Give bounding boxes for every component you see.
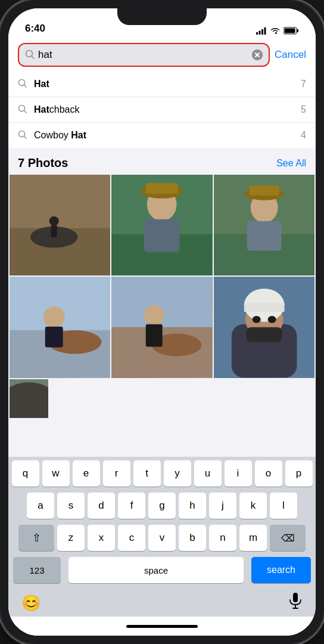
phone-screen: 6:40	[8, 8, 316, 636]
photos-header: 7 Photos See All	[8, 148, 316, 175]
photos-title: 7 Photos	[18, 156, 68, 170]
key-w[interactable]: w	[42, 460, 70, 487]
search-key[interactable]: search	[251, 557, 311, 583]
status-time: 6:40	[25, 23, 45, 35]
key-o[interactable]: o	[255, 460, 282, 487]
key-g[interactable]: g	[148, 493, 176, 519]
svg-line-17	[24, 136, 26, 138]
key-b[interactable]: b	[179, 525, 206, 551]
svg-rect-34	[247, 221, 281, 251]
svg-rect-5	[297, 29, 299, 32]
see-all-button[interactable]: See All	[276, 158, 306, 169]
svg-rect-58	[293, 593, 298, 602]
photo-cell-1[interactable]	[10, 175, 110, 275]
home-indicator	[8, 617, 316, 636]
svg-rect-40	[45, 327, 63, 348]
suggestion-highlight-hat: Hat	[34, 79, 49, 89]
suggestion-highlight-cowboy: Hat	[71, 130, 86, 140]
key-j[interactable]: j	[209, 493, 236, 519]
key-e[interactable]: e	[73, 460, 100, 487]
svg-rect-0	[256, 32, 258, 35]
key-k[interactable]: k	[239, 493, 267, 519]
svg-rect-28	[144, 219, 180, 252]
svg-rect-53	[246, 327, 282, 342]
photo-cell-5[interactable]	[111, 277, 212, 377]
key-a[interactable]: a	[27, 493, 54, 519]
svg-rect-52	[244, 303, 284, 312]
key-n[interactable]: n	[209, 525, 236, 551]
photo-cell-7[interactable]	[10, 379, 48, 418]
svg-point-39	[43, 306, 65, 328]
svg-point-9	[252, 49, 263, 60]
key-u[interactable]: u	[194, 460, 222, 487]
svg-point-21	[49, 216, 59, 226]
key-f[interactable]: f	[118, 493, 145, 519]
wifi-icon	[270, 27, 280, 35]
space-key[interactable]: space	[68, 557, 244, 583]
key-d[interactable]: d	[88, 493, 115, 519]
backspace-key[interactable]: ⌫	[270, 525, 306, 551]
shift-key[interactable]: ⇧	[18, 525, 54, 551]
svg-point-57	[10, 382, 48, 418]
key-l[interactable]: l	[270, 493, 297, 519]
key-h[interactable]: h	[179, 493, 206, 519]
key-i[interactable]: i	[225, 460, 252, 487]
key-x[interactable]: x	[88, 525, 115, 551]
svg-point-55	[267, 316, 276, 323]
keyboard: q w e r t y u i o p a s d f g h j k	[8, 457, 316, 617]
svg-line-13	[24, 85, 26, 87]
key-v[interactable]: v	[148, 525, 176, 551]
suggestion-hatchback[interactable]: Hatchback 5	[8, 97, 316, 123]
svg-line-15	[24, 110, 26, 113]
phone-frame: 6:40	[0, 0, 324, 644]
status-icons	[256, 27, 299, 35]
search-icon	[25, 49, 35, 61]
key-m[interactable]: m	[239, 525, 267, 551]
key-q[interactable]: q	[12, 460, 39, 487]
suggestion-highlight-hatchback: Hat	[34, 104, 49, 114]
keyboard-row-4: 123 space search	[11, 557, 313, 583]
key-r[interactable]: r	[103, 460, 130, 487]
search-input-wrapper[interactable]: hat	[18, 43, 270, 67]
photo-cell-6[interactable]	[214, 277, 314, 377]
key-z[interactable]: z	[57, 525, 85, 551]
numbers-key[interactable]: 123	[13, 557, 61, 583]
svg-rect-2	[261, 29, 263, 35]
clear-button[interactable]	[252, 49, 263, 60]
emoji-key[interactable]: 😊	[21, 594, 40, 612]
mic-key[interactable]	[288, 593, 303, 613]
search-bar-area: hat Cancel	[8, 38, 316, 72]
key-t[interactable]: t	[133, 460, 161, 487]
svg-rect-1	[259, 30, 261, 35]
svg-line-8	[32, 56, 34, 58]
svg-rect-33	[249, 185, 279, 196]
suggestion-search-icon-1	[18, 79, 27, 89]
cancel-button[interactable]: Cancel	[275, 49, 306, 61]
svg-point-45	[144, 305, 164, 326]
keyboard-row-1: q w e r t y u i o p	[11, 460, 313, 487]
svg-point-54	[252, 316, 260, 323]
svg-rect-22	[51, 225, 57, 237]
key-s[interactable]: s	[57, 493, 85, 519]
key-y[interactable]: y	[164, 460, 191, 487]
photo-cell-2[interactable]	[111, 175, 212, 275]
search-input[interactable]: hat	[38, 49, 248, 61]
photo-cell-4[interactable]	[10, 277, 110, 377]
signal-icon	[256, 27, 267, 35]
svg-rect-27	[146, 183, 178, 194]
key-c[interactable]: c	[118, 525, 145, 551]
suggestion-count-hatchback: 5	[301, 104, 306, 115]
svg-rect-46	[146, 324, 163, 347]
keyboard-extras-row: 😊	[11, 589, 313, 614]
suggestion-text-hat: Hat	[34, 79, 294, 89]
photo-cell-3[interactable]	[214, 175, 314, 275]
suggestion-hat[interactable]: Hat 7	[8, 72, 316, 97]
suggestion-cowboy-hat[interactable]: Cowboy Hat 4	[8, 123, 316, 148]
suggestions-list: Hat 7 Hatchback 5	[8, 72, 316, 148]
keyboard-row-3: ⇧ z x c v b n m ⌫	[11, 525, 313, 551]
svg-rect-3	[264, 27, 266, 35]
photos-section: 7 Photos See All	[8, 148, 316, 457]
suggestion-text-cowboy: Cowboy Hat	[34, 130, 294, 141]
battery-icon	[284, 27, 299, 35]
key-p[interactable]: p	[285, 460, 313, 487]
